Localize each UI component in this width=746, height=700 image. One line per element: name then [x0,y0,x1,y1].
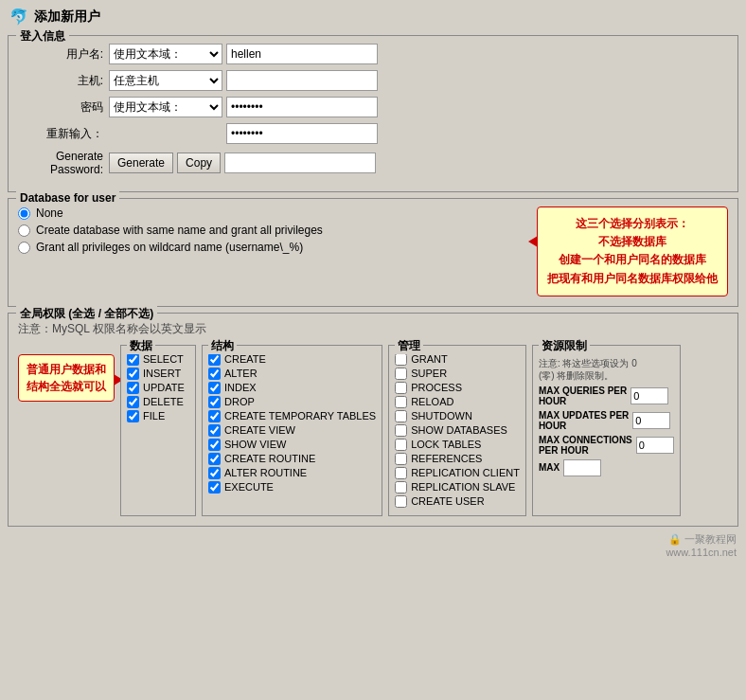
reenter-label: 重新输入： [18,126,103,142]
file-checkbox[interactable] [127,410,139,422]
create-checkbox[interactable] [208,353,221,366]
priv-update: UPDATE [127,382,189,394]
host-controls: 任意主机 [109,70,378,91]
insert-label: INSERT [143,368,181,379]
priv-replication-client: REPLICATION CLIENT [395,467,520,479]
username-input[interactable] [226,44,378,64]
alter-checkbox[interactable] [208,368,221,380]
generated-password-input[interactable] [224,153,376,173]
password-label: 密码 [18,99,103,116]
priv-shutdown: SHUTDOWN [395,410,520,422]
resource-group-legend: 资源限制 [539,338,590,354]
execute-checkbox[interactable] [208,481,221,494]
alter-routine-checkbox[interactable] [208,467,221,479]
host-input[interactable] [226,70,378,91]
priv-replication-slave: REPLICATION SLAVE [395,481,520,494]
show-databases-checkbox[interactable] [395,424,407,437]
db-none-radio[interactable] [18,207,30,220]
alter-label: ALTER [224,368,258,379]
host-select[interactable]: 任意主机 [109,70,222,91]
max-queries-input[interactable] [631,387,668,404]
data-group-content: SELECT INSERT UPDATE DELETE [127,353,189,422]
database-section: Database for user None Create database w… [8,198,738,307]
drop-checkbox[interactable] [208,396,221,408]
replication-client-label: REPLICATION CLIENT [411,467,520,478]
db-create-radio[interactable] [18,224,30,237]
replication-client-checkbox[interactable] [395,467,407,479]
privileges-columns-wrapper: 普通用户数据和 结构全选就可以 数据 SELECT INSERT [18,345,728,516]
resource-max-queries: MAX QUERIES PERHOUR [539,386,674,406]
priv-select: SELECT [127,353,189,366]
select-checkbox[interactable] [127,353,139,366]
process-label: PROCESS [411,382,462,393]
structure-group-content: CREATE ALTER INDEX DROP [208,353,376,494]
database-legend: Database for user [16,191,119,205]
index-checkbox[interactable] [208,382,221,394]
login-legend: 登入信息 [16,28,69,45]
privileges-section: 全局权限 (全选 / 全部不选) 注意：MySQL 权限名称会以英文显示 普通用… [8,313,738,527]
insert-checkbox[interactable] [127,368,139,380]
create-temp-checkbox[interactable] [208,410,221,422]
shutdown-checkbox[interactable] [395,410,407,422]
create-routine-checkbox[interactable] [208,453,221,465]
super-checkbox[interactable] [395,368,407,380]
grant-label: GRANT [411,353,448,365]
structure-group: 结构 CREATE ALTER INDEX [202,345,382,516]
generate-button[interactable]: Generate [109,153,173,173]
structure-group-legend: 结构 [208,338,237,354]
password-input[interactable] [226,97,378,117]
show-view-checkbox[interactable] [208,439,221,451]
max-updates-input[interactable] [632,412,670,429]
db-wildcard-radio[interactable] [18,242,30,254]
max-connections-input[interactable] [636,437,674,454]
alter-routine-label: ALTER ROUTINE [224,467,307,478]
username-select[interactable]: 使用文本域： [109,44,222,64]
update-checkbox[interactable] [127,382,139,394]
create-user-checkbox[interactable] [395,495,407,508]
update-label: UPDATE [143,382,185,393]
show-databases-label: SHOW DATABASES [411,424,507,436]
reenter-input[interactable] [226,123,378,144]
priv-drop: DROP [208,396,376,408]
max-label: MAX [539,462,560,473]
shutdown-label: SHUTDOWN [411,410,472,422]
process-checkbox[interactable] [395,382,407,394]
username-label: 用户名: [18,46,103,63]
watermark-line2: www.111cn.net [4,547,737,558]
copy-button[interactable]: Copy [177,153,221,173]
password-select[interactable]: 使用文本域： [109,97,222,117]
priv-create-routine: CREATE ROUTINE [208,453,376,465]
priv-show-databases: SHOW DATABASES [395,424,520,437]
reload-checkbox[interactable] [395,396,407,408]
create-temp-label: CREATE TEMPORARY TABLES [224,410,376,422]
max-connections-label: MAX CONNECTIONSPER HOUR [539,435,632,456]
create-routine-label: CREATE ROUTINE [224,453,315,464]
priv-main-columns: 数据 SELECT INSERT UPDATE [120,345,728,516]
priv-alter-routine: ALTER ROUTINE [208,467,376,479]
db-tooltip-line3: 创建一个和用户同名的数据库 [547,251,718,269]
resource-note: 注意: 将这些选项设为 0(零) 将删除限制。 [539,357,674,382]
priv-index: INDEX [208,382,376,394]
priv-delete: DELETE [127,396,189,408]
password-row: 密码 使用文本域： [18,97,728,117]
page-title-icon: 🐬 [9,8,28,26]
replication-slave-label: REPLICATION SLAVE [411,481,515,493]
delete-checkbox[interactable] [127,396,139,408]
create-view-checkbox[interactable] [208,424,221,437]
generate-row: Generate Password: Generate Copy [18,150,728,176]
resource-max: MAX [539,459,674,476]
grant-checkbox[interactable] [395,353,407,366]
db-options: None Create database with same name and … [18,206,518,296]
admin-group: 管理 GRANT SUPER PROCESS [388,345,526,516]
reenter-controls [109,123,378,144]
references-label: REFERENCES [411,453,482,464]
host-label: 主机: [18,73,103,89]
login-section: 登入信息 用户名: 使用文本域： 主机: 任意主机 密码 [8,35,738,192]
watermark: 🔒 一聚教程网 www.111cn.net [4,532,742,558]
lock-tables-checkbox[interactable] [395,439,407,451]
priv-grant: GRANT [395,353,520,366]
password-controls: 使用文本域： [109,97,378,117]
max-input[interactable] [563,459,601,476]
references-checkbox[interactable] [395,453,407,465]
replication-slave-checkbox[interactable] [395,481,407,494]
